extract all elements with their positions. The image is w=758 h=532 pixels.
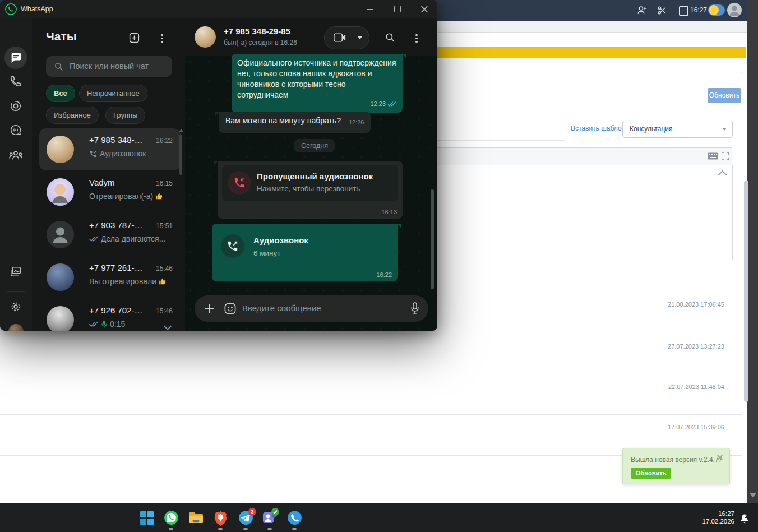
search-in-chat-icon[interactable] xyxy=(385,32,395,43)
theme-toggle[interactable] xyxy=(708,4,725,16)
window-copy-icon[interactable] xyxy=(679,6,688,16)
teams-status-check-icon xyxy=(271,508,279,516)
chat-list-item[interactable]: +7 985 348-2... 16:22 Аудиозвонок xyxy=(39,128,181,170)
missed-call-icon xyxy=(233,177,246,189)
history-timestamp: 21.08.2023 17:06:45 xyxy=(651,301,724,308)
gallery-icon[interactable] xyxy=(10,266,22,278)
whatsapp-logo-icon xyxy=(5,3,17,15)
voice-mic-icon xyxy=(101,320,108,329)
taskbar-explorer-icon[interactable] xyxy=(188,511,204,524)
running-indicator xyxy=(218,528,223,530)
collapse-chevron-icon[interactable] xyxy=(718,170,727,179)
chat-item-menu-chevron-icon[interactable] xyxy=(164,322,172,330)
running-indicator xyxy=(169,528,173,530)
chats-icon[interactable] xyxy=(10,52,22,64)
start-button-icon[interactable] xyxy=(140,511,154,525)
chat-menu-icon[interactable] xyxy=(413,33,420,44)
list-scrollbar-up-arrow[interactable] xyxy=(179,129,183,132)
communities-icon[interactable] xyxy=(8,149,23,161)
whatsapp-titlebar[interactable]: WhatsApp xyxy=(0,0,437,18)
page-scrollbar[interactable] xyxy=(744,181,748,402)
chat-list-item[interactable]: +7 903 787-0... 15:51 Дела двигаются... xyxy=(39,214,181,256)
conversation-header[interactable]: +7 985 348-29-85 был(-а) сегодня в 16:26 xyxy=(185,18,437,56)
taskbar: 3 16:27 17.02.2026 xyxy=(0,503,758,532)
chat-list-item[interactable]: +7 926 702-1... 15:46 0:15 xyxy=(39,299,181,331)
video-call-button[interactable] xyxy=(324,26,369,49)
missed-call-card[interactable]: Пропущенный аудиозвонок Нажмите, чтобы п… xyxy=(222,165,398,201)
crm-update-button[interactable]: Обновить xyxy=(708,88,741,103)
list-scrollbar[interactable] xyxy=(179,135,182,175)
message-outgoing[interactable]: Официального источника и подтверждения н… xyxy=(232,54,403,113)
content-right-border xyxy=(742,118,742,491)
running-indicator xyxy=(267,528,272,530)
minimize-button[interactable] xyxy=(362,2,379,16)
chat-time: 16:22 xyxy=(156,137,173,145)
mic-icon[interactable] xyxy=(410,302,420,315)
toast-update-button[interactable]: Обновить xyxy=(631,468,671,479)
read-ticks-icon xyxy=(89,321,99,327)
outgoing-call-message[interactable]: Аудиозвонок 6 минут 16:22 xyxy=(212,224,398,281)
attach-plus-icon[interactable] xyxy=(204,303,215,314)
chat-list-menu-icon[interactable] xyxy=(159,33,165,44)
message-time: 12:26 xyxy=(349,119,364,126)
notification-bell-icon[interactable] xyxy=(739,513,750,524)
template-select-value: Консультация xyxy=(630,125,672,133)
filter-unread[interactable]: Непрочитанное xyxy=(79,85,147,102)
taskbar-phone-app-icon[interactable] xyxy=(287,510,302,525)
scissors-icon[interactable] xyxy=(657,6,667,15)
missed-call-message[interactable]: Пропущенный аудиозвонок Нажмите, чтобы п… xyxy=(218,161,403,219)
template-select[interactable]: Консультация xyxy=(622,121,733,138)
avatar xyxy=(47,136,74,163)
search-box[interactable]: Поиск или новый чат xyxy=(46,56,172,77)
channels-icon[interactable] xyxy=(10,124,22,136)
message-incoming[interactable]: Вам можно на минуту набрать? 12:26 xyxy=(219,112,371,133)
taskbar-time: 16:27 xyxy=(702,510,734,517)
crm-avatar[interactable] xyxy=(727,3,742,17)
filter-all[interactable]: Все xyxy=(46,85,75,102)
chat-preview: Аудиозвонок xyxy=(89,149,146,158)
fullscreen-icon[interactable] xyxy=(722,152,729,160)
calls-icon[interactable] xyxy=(10,75,22,87)
taskbar-teams-icon[interactable] xyxy=(262,510,278,525)
settings-gear-icon[interactable] xyxy=(10,300,22,313)
maximize-button[interactable] xyxy=(389,2,406,16)
status-icon[interactable] xyxy=(10,100,22,112)
taskbar-whatsapp-icon[interactable] xyxy=(164,510,179,525)
taskbar-telegram-icon[interactable]: 3 xyxy=(238,510,253,525)
new-chat-icon[interactable] xyxy=(128,32,140,44)
composer[interactable]: Введите сообщение xyxy=(195,295,428,322)
screen: 16:27 Обновить Вставить шаблон Консульта… xyxy=(0,0,758,532)
search-icon xyxy=(54,62,63,71)
filter-groups[interactable]: Группы xyxy=(105,107,145,124)
missed-call-subtitle: Нажмите, чтобы перезвонить xyxy=(257,184,360,193)
chat-preview: Дела двигаются... xyxy=(89,234,165,243)
profile-avatar[interactable] xyxy=(8,324,24,331)
keyboard-icon[interactable] xyxy=(708,152,718,160)
call-options-chevron-icon[interactable] xyxy=(358,36,362,39)
taskbar-clock[interactable]: 16:27 17.02.2026 xyxy=(702,510,734,525)
scroll-down-arrow-icon[interactable] xyxy=(750,493,756,497)
chat-time: 15:51 xyxy=(156,222,173,230)
chat-name: +7 926 702-1... xyxy=(89,306,145,315)
filter-favorites[interactable]: Избранное xyxy=(46,107,99,124)
taskbar-brave-icon[interactable] xyxy=(214,510,228,526)
chat-list-item[interactable]: +7 977 261-0... 15:46 Вы отреагировали xyxy=(39,256,181,298)
background-window-edge xyxy=(747,0,758,503)
avatar xyxy=(47,221,74,248)
chat-scrollbar[interactable] xyxy=(431,189,434,289)
toast-close-icon[interactable] xyxy=(717,454,723,460)
running-indicator xyxy=(243,528,248,530)
sticker-emoji-icon[interactable] xyxy=(224,302,237,315)
avatar xyxy=(47,306,74,331)
chat-preview: 0:15 xyxy=(89,320,125,329)
insert-template-link[interactable]: Вставить шаблон xyxy=(571,124,625,132)
call-icon-bg xyxy=(221,234,244,258)
contact-avatar[interactable] xyxy=(195,26,216,48)
close-button[interactable] xyxy=(416,2,433,16)
rail-divider xyxy=(7,291,25,292)
user-plus-icon[interactable] xyxy=(637,5,647,15)
missed-call-icon-bg xyxy=(228,171,251,195)
chat-time: 15:46 xyxy=(156,265,173,272)
chat-list-item[interactable]: Vadym 16:15 Отреагировал(-а) xyxy=(39,171,181,213)
call-title: Аудиозвонок xyxy=(253,235,308,245)
